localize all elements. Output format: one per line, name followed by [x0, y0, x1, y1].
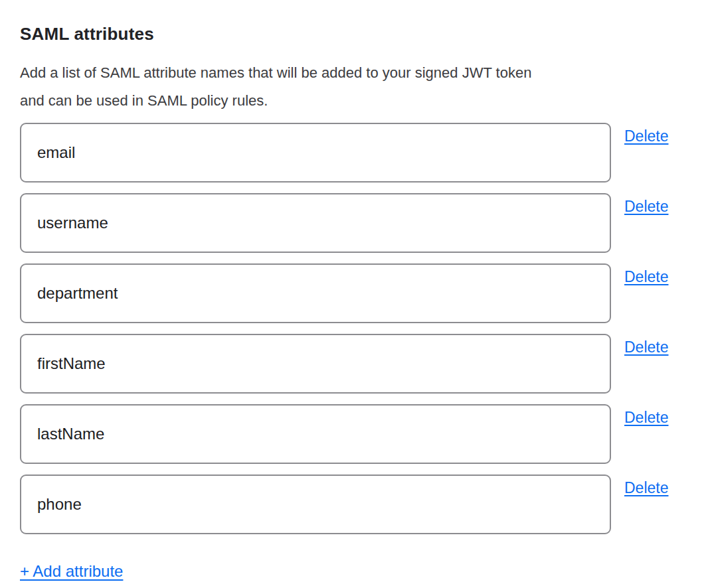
attribute-row: Delete: [20, 334, 688, 394]
attribute-row: Delete: [20, 193, 688, 253]
attribute-row: Delete: [20, 475, 688, 534]
attribute-input[interactable]: [20, 404, 611, 464]
attribute-input[interactable]: [20, 193, 611, 253]
attribute-input[interactable]: [20, 334, 611, 394]
delete-attribute-link[interactable]: Delete: [624, 198, 668, 216]
attribute-row: Delete: [20, 123, 688, 183]
delete-attribute-link[interactable]: Delete: [624, 127, 668, 145]
page-title: SAML attributes: [20, 24, 688, 44]
delete-attribute-link[interactable]: Delete: [624, 479, 668, 497]
delete-attribute-link[interactable]: Delete: [624, 409, 668, 427]
attribute-list: Delete Delete Delete Delete Delete Delet…: [20, 123, 688, 534]
saml-attributes-section: SAML attributes Add a list of SAML attri…: [0, 0, 708, 588]
attribute-row: Delete: [20, 404, 688, 464]
add-attribute-link[interactable]: + Add attribute: [20, 562, 123, 581]
attribute-input[interactable]: [20, 263, 611, 323]
attribute-input[interactable]: [20, 475, 611, 534]
delete-attribute-link[interactable]: Delete: [624, 338, 668, 356]
delete-attribute-link[interactable]: Delete: [624, 268, 668, 286]
attribute-input[interactable]: [20, 123, 611, 183]
attribute-row: Delete: [20, 263, 688, 323]
section-description: Add a list of SAML attribute names that …: [20, 59, 688, 115]
